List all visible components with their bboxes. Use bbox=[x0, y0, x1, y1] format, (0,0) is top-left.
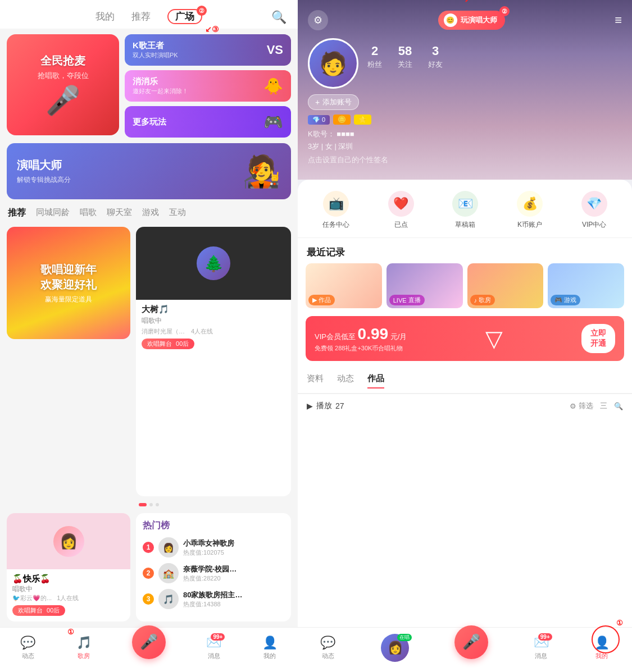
cat-city[interactable]: 同城同龄 bbox=[36, 207, 70, 219]
filter-btn[interactable]: ⚙ 筛选 bbox=[570, 401, 593, 411]
rnav-mine[interactable]: 👤 我的 ① bbox=[594, 636, 610, 660]
badge-label: 玩演唱大师 bbox=[461, 15, 497, 25]
works-play-icon: ▶ bbox=[312, 296, 317, 304]
user-live-card[interactable]: 👩 🍒快乐🍒 唱歌中 🐦彩云💗的... 1人在线 欢唱舞台 00后 bbox=[7, 513, 130, 621]
singer-title: 演唱大师 bbox=[17, 158, 71, 173]
nav-feeds[interactable]: 💬 动态 bbox=[20, 636, 35, 660]
badge-arrow: ↗ bbox=[464, 0, 471, 4]
nav-mine-bottom[interactable]: 👤 我的 bbox=[262, 636, 278, 660]
action-vip[interactable]: 💎 VIP中心 bbox=[581, 191, 607, 230]
more-icon: 🎮 bbox=[263, 113, 283, 131]
cat-recommend[interactable]: 推荐 bbox=[8, 207, 26, 219]
works-bar: ▶ 播放 27 ⚙ 筛选 三 🔍 bbox=[298, 394, 632, 418]
profile-info: + 添加账号 💎 0 🪙 ⭐ K歌号： ■■■■ 3岁 bbox=[298, 89, 632, 165]
singer-banner[interactable]: 演唱大师 解锁专辑挑战高分 🧑‍🎤 bbox=[7, 143, 291, 199]
record-songroom[interactable]: ♪ 歌房 bbox=[467, 263, 544, 308]
square-badge: ② bbox=[197, 6, 207, 16]
hot-item-2[interactable]: 2 🏫 奈薇学院-校园… 热度值:28220 bbox=[143, 563, 284, 583]
record-works[interactable]: ▶ 作品 bbox=[306, 263, 382, 308]
draft-label: 草稿箱 bbox=[455, 220, 475, 230]
category-tabs: 推荐 同城同龄 唱歌 聊天室 游戏 互动 bbox=[0, 199, 298, 223]
vip-left: VIP会员低至 0.99 元/月 免费领 288礼盒+30K币合唱礼物 bbox=[315, 325, 407, 353]
play-singer-badge[interactable]: 😊 玩演唱大师 bbox=[438, 11, 505, 30]
record-live[interactable]: LIVE 直播 bbox=[387, 263, 463, 308]
settings-icon-btn[interactable]: ⚙ bbox=[308, 10, 328, 30]
action-draft[interactable]: 📧 草稿箱 bbox=[452, 191, 478, 230]
xiaoxiao-title: 消消乐 bbox=[133, 76, 188, 87]
rnav-feeds-label: 动态 bbox=[322, 652, 334, 660]
task-icon: 📺 bbox=[323, 191, 349, 217]
songroom-icon: 🎵 bbox=[76, 636, 92, 650]
stat-following[interactable]: 58 关注 bbox=[398, 44, 412, 89]
stat-friends[interactable]: 3 好友 bbox=[428, 44, 443, 89]
diamond-icon: 💎 bbox=[312, 116, 320, 124]
signature[interactable]: 点击设置自己的个性签名 bbox=[308, 155, 622, 165]
coin-label: K币账户 bbox=[517, 220, 542, 230]
dot-3 bbox=[156, 503, 159, 506]
search-icon-btn[interactable]: 🔍 bbox=[271, 10, 287, 25]
hot-avatar-3: 🎵 bbox=[158, 589, 179, 609]
sort-btn[interactable]: 三 bbox=[600, 401, 607, 411]
live-card[interactable]: 🌲 大树🎵 唱歌中 消磨时光屋（… 4人在线 欢唱舞台 00后 bbox=[136, 227, 291, 496]
hot-info-2: 奈薇学院-校园… 热度值:28220 bbox=[183, 564, 237, 583]
liked-icon: ❤️ bbox=[388, 191, 414, 217]
qiangmai-banner[interactable]: 全民抢麦 抢唱歌，夺段位 🎤 bbox=[7, 34, 119, 135]
hot-avatar-2: 🏫 bbox=[158, 563, 179, 583]
song-icon: ♪ bbox=[474, 297, 478, 304]
action-task[interactable]: 📺 任务中心 bbox=[322, 191, 349, 230]
rnav-msg-label: 消息 bbox=[535, 652, 547, 660]
kgesong-banner[interactable]: K歌王者 双人实时演唱PK VS bbox=[125, 34, 291, 66]
hot-list-card: 热门榜 1 👩 小乖乖女神歌房 热度值:102075 2 🏫 奈薇学院-校园… … bbox=[136, 513, 291, 621]
stat-fans[interactable]: 2 粉丝 bbox=[367, 44, 382, 89]
left-panel: 我的 推荐 广场 ② ↙③ 🔍 全民抢麦 抢唱歌，夺段位 🎤 K歌王者 双人实时… bbox=[0, 0, 298, 672]
menu-icon[interactable]: ≡ bbox=[615, 13, 622, 28]
hot-info-3: 80家族歌房招主… 热度值:14388 bbox=[183, 590, 242, 609]
nav-messages[interactable]: ✉️ 消息 99+ bbox=[206, 636, 221, 660]
hot-item-1[interactable]: 1 👩 小乖乖女神歌房 热度值:102075 bbox=[143, 537, 284, 557]
mine-annotation-1: ① bbox=[616, 619, 623, 627]
rnav-center-btn[interactable]: 🎤 bbox=[454, 625, 488, 659]
profile-avatar[interactable]: 🧑 bbox=[308, 38, 358, 89]
cat-game[interactable]: 游戏 bbox=[142, 207, 159, 219]
game-tag: 🎮 游戏 bbox=[551, 295, 580, 305]
singer-subtitle: 解锁专辑挑战高分 bbox=[17, 175, 71, 185]
diamond-badge: 💎 0 bbox=[308, 115, 330, 125]
dot-2 bbox=[149, 503, 153, 506]
hot-item-3[interactable]: 3 🎵 80家族歌房招主… 热度值:14388 bbox=[143, 589, 284, 609]
rnav-feeds[interactable]: 💬 动态 bbox=[320, 636, 335, 660]
nav-mine[interactable]: 我的 bbox=[96, 10, 115, 23]
following-label: 关注 bbox=[398, 60, 412, 70]
cat-sing[interactable]: 唱歌 bbox=[80, 207, 97, 219]
cat-interact[interactable]: 互动 bbox=[169, 207, 186, 219]
live-card-top: 🌲 bbox=[136, 227, 291, 300]
rnav-messages[interactable]: ✉️ 消息 99+ bbox=[534, 636, 549, 660]
tab-dynamic[interactable]: 动态 bbox=[337, 373, 354, 388]
nav-recommend[interactable]: 推荐 bbox=[131, 10, 151, 23]
action-liked[interactable]: ❤️ 已点 bbox=[388, 191, 414, 230]
xiaoxiao-banner[interactable]: 消消乐 邀好友一起来消除！ 🐥 bbox=[125, 70, 291, 102]
works-search-btn[interactable]: 🔍 bbox=[614, 402, 623, 410]
liked-label: 已点 bbox=[394, 220, 408, 230]
event-card[interactable]: 歌唱迎新年欢聚迎好礼 赢海量限定道具 bbox=[7, 227, 130, 339]
tab-info[interactable]: 资料 bbox=[307, 373, 324, 388]
play-num: 27 bbox=[335, 401, 344, 410]
cat-chatroom[interactable]: 聊天室 bbox=[107, 207, 132, 219]
vip-cta-btn[interactable]: 立即 开通 bbox=[581, 324, 615, 353]
following-num: 58 bbox=[398, 44, 412, 58]
rnav-mine-label: 我的 bbox=[595, 652, 608, 660]
add-account-btn[interactable]: + 添加账号 bbox=[308, 94, 359, 110]
rnav-songroom-live[interactable]: 👩 在唱 bbox=[381, 634, 409, 662]
task-label: 任务中心 bbox=[322, 220, 349, 230]
record-game[interactable]: 🎮 游戏 bbox=[548, 263, 624, 308]
tab-works[interactable]: 作品 bbox=[367, 373, 384, 388]
nav-songroom[interactable]: 🎵 歌房 ① ↑ bbox=[76, 636, 92, 660]
more-banner[interactable]: 更多玩法 🎮 bbox=[125, 106, 291, 138]
xiaoxiao-icon: 🐥 bbox=[263, 77, 283, 95]
live-avatar: 🌲 bbox=[197, 246, 230, 280]
vip-banner[interactable]: VIP会员低至 0.99 元/月 免费领 288礼盒+30K币合唱礼物 ▽ 立即… bbox=[306, 316, 624, 361]
action-coin[interactable]: 💰 K币账户 bbox=[517, 191, 543, 230]
center-record-btn[interactable]: 🎤 bbox=[132, 625, 166, 659]
vip-label: VIP中心 bbox=[582, 220, 606, 230]
hot-list-title: 热门榜 bbox=[143, 520, 284, 532]
friends-label: 好友 bbox=[428, 60, 443, 70]
